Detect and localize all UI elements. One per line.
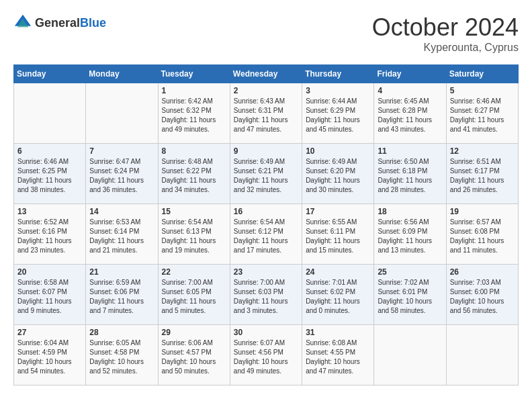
- calendar-cell: 25Sunrise: 7:02 AMSunset: 6:01 PMDayligh…: [374, 265, 446, 325]
- day-info: Sunrise: 6:46 AMSunset: 6:27 PMDaylight:…: [450, 97, 515, 134]
- week-row-4: 20Sunrise: 6:58 AMSunset: 6:07 PMDayligh…: [14, 265, 519, 325]
- day-info: Sunrise: 7:00 AMSunset: 6:03 PMDaylight:…: [234, 278, 298, 316]
- day-info: Sunrise: 6:07 AMSunset: 4:56 PMDaylight:…: [234, 338, 298, 376]
- day-info: Sunrise: 6:56 AMSunset: 6:09 PMDaylight:…: [378, 218, 442, 255]
- calendar-cell: 5Sunrise: 6:46 AMSunset: 6:27 PMDaylight…: [446, 83, 518, 144]
- calendar-cell: 1Sunrise: 6:42 AMSunset: 6:32 PMDaylight…: [158, 83, 230, 144]
- day-number: 17: [306, 207, 370, 216]
- calendar-cell: 21Sunrise: 6:59 AMSunset: 6:06 PMDayligh…: [86, 265, 158, 325]
- calendar-cell: 7Sunrise: 6:47 AMSunset: 6:24 PMDaylight…: [86, 144, 158, 204]
- calendar-cell: 27Sunrise: 6:04 AMSunset: 4:59 PMDayligh…: [14, 325, 86, 385]
- calendar-cell: 26Sunrise: 7:03 AMSunset: 6:00 PMDayligh…: [446, 265, 518, 325]
- calendar-cell: 10Sunrise: 6:49 AMSunset: 6:20 PMDayligh…: [302, 144, 374, 204]
- logo-icon: [13, 13, 32, 32]
- day-number: 12: [450, 146, 515, 156]
- day-number: 16: [234, 207, 298, 216]
- calendar-cell: 8Sunrise: 6:48 AMSunset: 6:22 PMDaylight…: [158, 144, 230, 204]
- calendar-cell: 14Sunrise: 6:53 AMSunset: 6:14 PMDayligh…: [86, 204, 158, 265]
- day-info: Sunrise: 6:52 AMSunset: 6:16 PMDaylight:…: [17, 218, 82, 255]
- day-info: Sunrise: 6:44 AMSunset: 6:29 PMDaylight:…: [306, 97, 370, 134]
- day-info: Sunrise: 6:45 AMSunset: 6:28 PMDaylight:…: [378, 97, 442, 134]
- calendar-cell: 4Sunrise: 6:45 AMSunset: 6:28 PMDaylight…: [374, 83, 446, 144]
- month-title: October 2024: [372, 13, 519, 42]
- day-header-tuesday: Tuesday: [158, 65, 230, 83]
- day-number: 30: [234, 328, 298, 337]
- calendar-cell: [14, 83, 86, 144]
- title-block: October 2024 Kyperounta, Cyprus: [372, 13, 519, 54]
- calendar-cell: 13Sunrise: 6:52 AMSunset: 6:16 PMDayligh…: [14, 204, 86, 265]
- calendar-cell: 6Sunrise: 6:46 AMSunset: 6:25 PMDaylight…: [14, 144, 86, 204]
- day-info: Sunrise: 6:04 AMSunset: 4:59 PMDaylight:…: [17, 338, 82, 376]
- day-info: Sunrise: 6:54 AMSunset: 6:13 PMDaylight:…: [162, 218, 226, 255]
- calendar-cell: 24Sunrise: 7:01 AMSunset: 6:02 PMDayligh…: [302, 265, 374, 325]
- page-header: GeneralBlue October 2024 Kyperounta, Cyp…: [13, 13, 519, 54]
- day-info: Sunrise: 6:53 AMSunset: 6:14 PMDaylight:…: [89, 218, 154, 255]
- day-number: 18: [378, 207, 442, 216]
- day-number: 21: [89, 267, 154, 277]
- calendar-cell: 15Sunrise: 6:54 AMSunset: 6:13 PMDayligh…: [158, 204, 230, 265]
- day-number: 5: [450, 86, 515, 95]
- week-row-5: 27Sunrise: 6:04 AMSunset: 4:59 PMDayligh…: [14, 325, 519, 385]
- calendar-cell: 2Sunrise: 6:43 AMSunset: 6:31 PMDaylight…: [230, 83, 302, 144]
- day-number: 7: [89, 146, 154, 156]
- day-info: Sunrise: 6:43 AMSunset: 6:31 PMDaylight:…: [234, 97, 298, 134]
- day-info: Sunrise: 6:49 AMSunset: 6:20 PMDaylight:…: [306, 157, 370, 195]
- calendar-cell: 9Sunrise: 6:49 AMSunset: 6:21 PMDaylight…: [230, 144, 302, 204]
- calendar-cell: 31Sunrise: 6:08 AMSunset: 4:55 PMDayligh…: [302, 325, 374, 385]
- day-header-thursday: Thursday: [302, 65, 374, 83]
- day-number: 4: [378, 86, 442, 95]
- day-number: 23: [234, 267, 298, 277]
- day-info: Sunrise: 6:08 AMSunset: 4:55 PMDaylight:…: [306, 338, 370, 376]
- day-info: Sunrise: 6:59 AMSunset: 6:06 PMDaylight:…: [89, 278, 154, 316]
- day-info: Sunrise: 6:48 AMSunset: 6:22 PMDaylight:…: [162, 157, 226, 195]
- day-info: Sunrise: 6:51 AMSunset: 6:17 PMDaylight:…: [450, 157, 515, 195]
- day-number: 13: [17, 207, 82, 216]
- day-number: 26: [450, 267, 515, 277]
- day-header-monday: Monday: [86, 65, 158, 83]
- day-number: 1: [162, 86, 226, 95]
- calendar-cell: 20Sunrise: 6:58 AMSunset: 6:07 PMDayligh…: [14, 265, 86, 325]
- calendar-cell: [374, 325, 446, 385]
- calendar-cell: 11Sunrise: 6:50 AMSunset: 6:18 PMDayligh…: [374, 144, 446, 204]
- calendar-cell: 29Sunrise: 6:06 AMSunset: 4:57 PMDayligh…: [158, 325, 230, 385]
- calendar-cell: 23Sunrise: 7:00 AMSunset: 6:03 PMDayligh…: [230, 265, 302, 325]
- calendar-cell: 28Sunrise: 6:05 AMSunset: 4:58 PMDayligh…: [86, 325, 158, 385]
- day-number: 2: [234, 86, 298, 95]
- calendar-cell: 30Sunrise: 6:07 AMSunset: 4:56 PMDayligh…: [230, 325, 302, 385]
- day-number: 20: [17, 267, 82, 277]
- day-header-sunday: Sunday: [14, 65, 86, 83]
- day-number: 3: [306, 86, 370, 95]
- day-header-wednesday: Wednesday: [230, 65, 302, 83]
- calendar-cell: 17Sunrise: 6:55 AMSunset: 6:11 PMDayligh…: [302, 204, 374, 265]
- day-info: Sunrise: 6:58 AMSunset: 6:07 PMDaylight:…: [17, 278, 82, 316]
- day-number: 28: [89, 328, 154, 337]
- day-number: 29: [162, 328, 226, 337]
- week-row-1: 1Sunrise: 6:42 AMSunset: 6:32 PMDaylight…: [14, 83, 519, 144]
- day-number: 10: [306, 146, 370, 156]
- day-info: Sunrise: 6:57 AMSunset: 6:08 PMDaylight:…: [450, 218, 515, 255]
- calendar-cell: 22Sunrise: 7:00 AMSunset: 6:05 PMDayligh…: [158, 265, 230, 325]
- logo-blue: Blue: [80, 16, 106, 30]
- day-info: Sunrise: 7:01 AMSunset: 6:02 PMDaylight:…: [306, 278, 370, 316]
- day-info: Sunrise: 6:47 AMSunset: 6:24 PMDaylight:…: [89, 157, 154, 195]
- day-number: 24: [306, 267, 370, 277]
- day-number: 31: [306, 328, 370, 337]
- day-info: Sunrise: 6:46 AMSunset: 6:25 PMDaylight:…: [17, 157, 82, 195]
- day-info: Sunrise: 7:03 AMSunset: 6:00 PMDaylight:…: [450, 278, 515, 316]
- day-info: Sunrise: 7:02 AMSunset: 6:01 PMDaylight:…: [378, 278, 442, 316]
- day-number: 19: [450, 207, 515, 216]
- day-info: Sunrise: 7:00 AMSunset: 6:05 PMDaylight:…: [162, 278, 226, 316]
- day-header-friday: Friday: [374, 65, 446, 83]
- day-number: 15: [162, 207, 226, 216]
- calendar-cell: 18Sunrise: 6:56 AMSunset: 6:09 PMDayligh…: [374, 204, 446, 265]
- calendar-cell: [446, 325, 518, 385]
- day-number: 25: [378, 267, 442, 277]
- calendar-cell: [86, 83, 158, 144]
- calendar-cell: 19Sunrise: 6:57 AMSunset: 6:08 PMDayligh…: [446, 204, 518, 265]
- day-info: Sunrise: 6:49 AMSunset: 6:21 PMDaylight:…: [234, 157, 298, 195]
- day-info: Sunrise: 6:50 AMSunset: 6:18 PMDaylight:…: [378, 157, 442, 195]
- day-info: Sunrise: 6:06 AMSunset: 4:57 PMDaylight:…: [162, 338, 226, 376]
- day-number: 22: [162, 267, 226, 277]
- calendar-cell: 12Sunrise: 6:51 AMSunset: 6:17 PMDayligh…: [446, 144, 518, 204]
- calendar-table: SundayMondayTuesdayWednesdayThursdayFrid…: [13, 64, 519, 385]
